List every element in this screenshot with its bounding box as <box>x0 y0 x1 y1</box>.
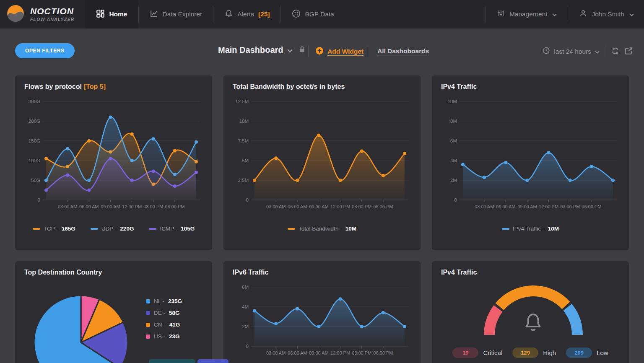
svg-text:06:00 PM: 06:00 PM <box>582 204 601 209</box>
nav-item-label: BGP Data <box>305 10 334 18</box>
svg-text:2M: 2M <box>450 178 457 183</box>
svg-text:03:00 AM: 03:00 AM <box>58 204 77 209</box>
legend-item-de[interactable]: DE -58G <box>146 310 182 316</box>
chart-legend: Total Bandwidth -10M <box>233 226 411 232</box>
svg-text:6M: 6M <box>450 138 457 143</box>
noction-logo-icon <box>6 4 25 25</box>
widget-title: Top Destination Country <box>24 269 203 276</box>
ipv6-line-chart[interactable]: 02M4M6M03:00 AM06:00 AM09:00 AM12:00 PM0… <box>233 280 411 362</box>
legend-item-tcp[interactable]: TCP -165G <box>33 226 75 232</box>
ipv4-swatch <box>502 228 509 230</box>
widget-flows-by-protocol: Flows by protocol[Top 5] 050G100G150G200… <box>15 75 212 250</box>
nav-item-management[interactable]: Management <box>486 0 568 29</box>
svg-text:06:00 AM: 06:00 AM <box>288 350 307 355</box>
svg-text:12:00 PM: 12:00 PM <box>330 204 350 209</box>
svg-text:4M: 4M <box>450 158 457 163</box>
svg-text:200G: 200G <box>29 119 40 124</box>
legend-item-total-bandwidth[interactable]: Total Bandwidth -10M <box>288 226 356 232</box>
svg-text:4M: 4M <box>242 304 249 309</box>
chart-legend: IPv4 Traffic -10M <box>441 226 620 232</box>
page-title: Main Dashboard <box>218 45 283 55</box>
svg-text:06:00 AM: 06:00 AM <box>496 204 515 209</box>
nav-item-label: Alerts <box>237 10 254 18</box>
plus-circle-icon <box>315 47 324 57</box>
user-icon <box>579 9 587 19</box>
svg-text:100G: 100G <box>29 158 40 163</box>
ipv4-gauge-chart[interactable] <box>441 280 620 343</box>
clipped-widget-shape <box>197 359 229 363</box>
svg-text:0: 0 <box>38 197 40 202</box>
svg-text:12:00 PM: 12:00 PM <box>539 204 558 209</box>
top-navbar: NOCTION FLOW ANALYZER Home Data Explorer <box>0 0 644 29</box>
stat-critical: 19 Critical <box>452 347 502 358</box>
ipv4-line-chart[interactable]: 02M4M6M8M10M03:00 AM06:00 AM09:00 AM12:0… <box>441 95 620 220</box>
nav-item-label: Management <box>509 10 547 18</box>
nav-item-user-menu[interactable]: John Smith <box>568 0 644 29</box>
user-name: John Smith <box>592 10 624 18</box>
chevron-down-icon[interactable] <box>287 47 293 54</box>
navbar-right: Management John Smith <box>486 0 644 29</box>
svg-text:0: 0 <box>246 344 249 349</box>
brand-tagline: FLOW ANALYZER <box>30 17 74 22</box>
chevron-down-icon <box>552 10 557 18</box>
widget-title: IPv4 Traffic <box>441 83 620 91</box>
svg-text:0: 0 <box>246 197 249 202</box>
divider <box>308 45 309 57</box>
icmp-swatch <box>149 228 156 230</box>
stat-high: 129 High <box>512 347 556 358</box>
legend-item-cn[interactable]: CN -41G <box>146 322 182 328</box>
legend-item-udp[interactable]: UDP -220G <box>91 226 134 232</box>
bgp-collapse-icon <box>292 9 301 20</box>
us-swatch <box>146 334 150 339</box>
nav-item-home[interactable]: Home <box>85 0 138 29</box>
svg-text:150G: 150G <box>29 138 40 143</box>
svg-text:03:00 AM: 03:00 AM <box>266 350 286 355</box>
destination-pie-chart[interactable] <box>24 280 142 363</box>
svg-text:09:00 AM: 09:00 AM <box>101 204 120 209</box>
svg-text:2.5M: 2.5M <box>238 178 249 183</box>
svg-text:5M: 5M <box>242 158 249 163</box>
sliders-icon <box>497 9 505 19</box>
flows-line-chart[interactable]: 050G100G150G200G300G03:00 AM06:00 AM09:0… <box>24 95 203 220</box>
pie-legend: NL -235G DE -58G CN -41G US -23G <box>146 298 182 363</box>
svg-text:03:00 AM: 03:00 AM <box>266 204 286 209</box>
nl-swatch <box>146 299 150 303</box>
dashboard-title-group[interactable]: Main Dashboard <box>218 45 306 55</box>
svg-text:10M: 10M <box>448 99 457 104</box>
cn-swatch <box>146 323 150 327</box>
pie-chart-area: NL -235G DE -58G CN -41G US -23G <box>24 280 203 363</box>
svg-text:03:00 PM: 03:00 PM <box>143 204 163 209</box>
lock-icon <box>298 45 306 55</box>
svg-text:12.5M: 12.5M <box>235 99 249 104</box>
bandwidth-swatch <box>288 228 295 230</box>
chevron-down-icon <box>629 10 634 18</box>
legend-item-icmp[interactable]: ICMP -105G <box>149 226 195 232</box>
time-range-selector[interactable]: last 24 hours <box>542 47 600 56</box>
svg-text:0: 0 <box>454 197 457 202</box>
nav-item-alerts[interactable]: Alerts [25] <box>213 0 280 29</box>
add-widget-button[interactable]: Add Widget <box>315 47 364 57</box>
udp-swatch <box>91 228 98 230</box>
nav-item-bgp-data[interactable]: BGP Data <box>281 0 345 29</box>
bell-icon <box>526 314 540 330</box>
alerts-count-badge: [25] <box>258 10 270 18</box>
svg-text:12:00 PM: 12:00 PM <box>122 204 142 209</box>
legend-item-ipv4[interactable]: IPv4 Traffic -10M <box>502 226 559 232</box>
legend-item-nl[interactable]: NL -235G <box>146 298 182 304</box>
svg-text:03:00 AM: 03:00 AM <box>475 204 494 209</box>
stat-label: High <box>543 349 556 356</box>
add-widget-label: Add Widget <box>327 48 364 55</box>
all-dashboards-link[interactable]: All Dashoboards <box>377 47 429 55</box>
nav-item-label: Home <box>109 10 127 18</box>
widget-ipv4-traffic: IPv4 Traffic 02M4M6M8M10M03:00 AM06:00 A… <box>432 75 629 250</box>
svg-text:09:00 AM: 09:00 AM <box>517 204 537 209</box>
bandwidth-line-chart[interactable]: 02.5M5M7.5M10M12.5M03:00 AM06:00 AM09:00… <box>233 95 411 220</box>
open-filters-button[interactable]: OPEN FILTERS <box>15 43 75 58</box>
legend-item-us[interactable]: US -23G <box>146 333 182 340</box>
external-link-icon[interactable] <box>624 47 633 57</box>
nav-item-data-explorer[interactable]: Data Explorer <box>139 0 213 29</box>
bell-icon <box>224 9 233 20</box>
brand-logo[interactable]: NOCTION FLOW ANALYZER <box>0 4 85 25</box>
refresh-icon[interactable] <box>611 47 620 57</box>
clock-icon <box>542 47 550 56</box>
